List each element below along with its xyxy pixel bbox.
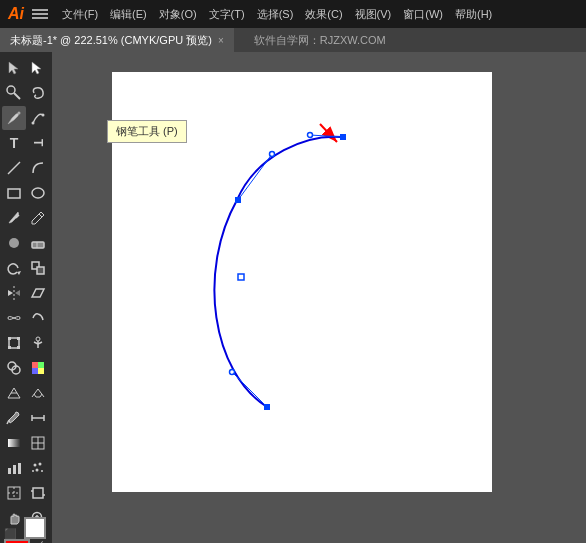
stroke-color[interactable] [24,517,46,539]
menu-effect[interactable]: 效果(C) [299,5,348,24]
svg-rect-17 [37,267,44,274]
white-canvas [112,72,492,492]
puppet-warp-tool[interactable] [26,331,50,355]
rectangle-tool[interactable] [2,181,26,205]
free-transform-tool[interactable] [2,331,26,355]
menu-view[interactable]: 视图(V) [349,5,398,24]
type-tool[interactable]: T [2,131,26,155]
pencil-tool[interactable] [26,206,50,230]
tool-row-1 [0,56,52,80]
menu-edit[interactable]: 编辑(E) [104,5,153,24]
tool-row-blob [0,231,52,255]
crop-image-tool[interactable] [26,481,50,505]
menu-file[interactable]: 文件(F) [56,5,104,24]
perspective-select-tool[interactable] [26,381,50,405]
tool-row-pen [0,106,52,130]
svg-line-35 [7,420,9,424]
paintbrush-tool[interactable] [2,206,26,230]
svg-rect-44 [13,465,16,474]
svg-point-13 [9,238,19,248]
warp-tool[interactable] [26,306,50,330]
tool-row-shape-builder [0,356,52,380]
tab-close-button[interactable]: × [218,35,224,46]
svg-point-10 [32,188,44,198]
main-layout: T T [0,52,586,543]
svg-rect-23 [17,346,20,349]
svg-line-8 [8,162,20,174]
title-bar: Ai 文件(F) 编辑(E) 对象(O) 文字(T) 选择(S) 效果(C) 视… [0,0,586,28]
arc-tool[interactable] [26,156,50,180]
symbol-sprayer-tool[interactable] [26,456,50,480]
svg-point-7 [42,114,45,117]
slice-tool[interactable] [2,481,26,505]
hand-tool[interactable] [2,506,26,530]
curvature-tool[interactable] [26,106,50,130]
svg-point-5 [18,112,21,115]
svg-line-12 [39,214,42,217]
shear-tool[interactable] [26,281,50,305]
svg-rect-33 [38,368,44,374]
svg-point-49 [41,470,43,472]
lasso-tool[interactable] [26,81,50,105]
line-tool[interactable] [2,156,26,180]
swap-colors-button[interactable]: ⇆ [40,539,48,543]
magic-wand-tool[interactable] [2,81,26,105]
svg-point-48 [36,469,39,472]
svg-rect-22 [8,346,11,349]
canvas-area[interactable]: 钢笔工具 (P) [52,52,586,543]
toolbar: T T [0,52,52,543]
vertical-type-tool[interactable]: T [26,131,50,155]
svg-point-46 [34,464,37,467]
tool-row-slice [0,481,52,505]
measure-tool[interactable] [26,406,50,430]
svg-rect-20 [8,337,11,340]
chart-tool[interactable] [2,456,26,480]
svg-point-50 [32,470,34,472]
scale-tool[interactable] [26,256,50,280]
width-tool[interactable] [2,306,26,330]
gradient-tool[interactable] [2,431,26,455]
svg-line-3 [14,93,20,99]
tool-row-brush [0,206,52,230]
menu-window[interactable]: 窗口(W) [397,5,449,24]
rotate-tool[interactable] [2,256,26,280]
svg-rect-31 [38,362,44,368]
blob-brush-tool[interactable] [2,231,26,255]
tool-row-rotate [0,256,52,280]
menu-select[interactable]: 选择(S) [251,5,300,24]
shape-builder-tool[interactable] [2,356,26,380]
selection-tool[interactable] [2,56,26,80]
svg-rect-39 [8,439,20,447]
tool-row-freetransform [0,331,52,355]
tool-row-rect [0,181,52,205]
svg-rect-1 [32,13,48,15]
menu-type[interactable]: 文字(T) [203,5,251,24]
fill-color[interactable] [4,539,30,543]
svg-rect-9 [8,189,20,198]
direct-selection-tool[interactable] [26,56,50,80]
tool-row-gradient [0,431,52,455]
tab-bar: 未标题-1* @ 222.51% (CMYK/GPU 预览) × 软件自学网：R… [0,28,586,52]
reflect-tool[interactable] [2,281,26,305]
default-colors-button[interactable]: ⬛ [4,528,16,539]
svg-point-4 [7,86,15,94]
ellipse-tool[interactable] [26,181,50,205]
menu-object[interactable]: 对象(O) [153,5,203,24]
website-info: 软件自学网：RJZXW.COM [234,33,386,48]
eyedropper-tool[interactable] [2,406,26,430]
app-menu-icon[interactable] [32,6,48,22]
menu-help[interactable]: 帮助(H) [449,5,498,24]
mesh-tool[interactable] [26,431,50,455]
live-paint-tool[interactable] [26,356,50,380]
active-tab[interactable]: 未标题-1* @ 222.51% (CMYK/GPU 预览) × [0,28,234,52]
tab-title: 未标题-1* @ 222.51% (CMYK/GPU 预览) [10,33,212,48]
svg-point-6 [32,122,35,125]
pen-tool[interactable] [2,106,26,130]
eraser-tool[interactable] [26,231,50,255]
tool-row-perspective [0,381,52,405]
perspective-grid-tool[interactable] [2,381,26,405]
svg-rect-0 [32,9,48,11]
svg-rect-30 [32,362,38,368]
tool-row-eyedropper [0,406,52,430]
svg-rect-32 [32,368,38,374]
